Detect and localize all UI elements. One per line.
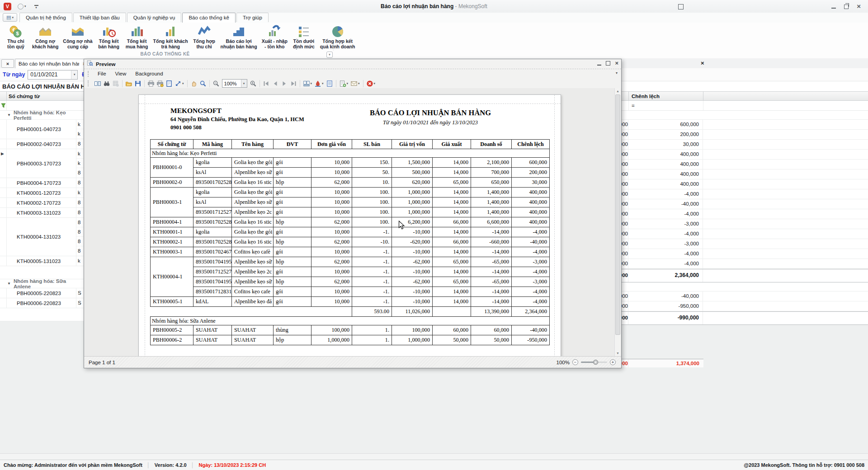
grid-row[interactable]: PBH00002-0407238 [0,139,84,149]
grid-row[interactable]: 000-40,000 [622,291,868,301]
ribbon-button-step-chart[interactable]: Báo cáo lợinhuận bán hàng [218,24,259,50]
grid-group-row[interactable]: ▼Nhóm hàng hóa: Kẹo Perfetti [0,111,84,120]
ribbon-button-bars-multi[interactable]: Tổng kếtmua hàng [123,24,151,50]
page-setup-icon[interactable] [165,79,174,88]
document-map-icon[interactable] [325,79,334,88]
zoom-in-icon[interactable] [249,79,258,88]
preview-maximize-button[interactable] [606,61,610,66]
ribbon-tab-4[interactable]: Báo cáo thống kê [182,13,236,23]
scroll-up-icon[interactable]: ▲ [615,88,621,94]
from-date-input[interactable]: 01/10/2021 ▾ [28,70,78,80]
chevron-down-icon[interactable]: ▼ [7,282,11,286]
next-page-icon[interactable] [280,79,289,88]
preview-titlebar[interactable]: Preview × [84,59,621,69]
ribbon-button-zigzag-chart[interactable]: Tổng hợpthu chi [190,24,218,50]
grid-row[interactable]: PBH00001-040723kk [0,120,84,139]
toolbar-overflow-icon[interactable]: ▾ [616,71,618,75]
grid-row[interactable]: KTH00005-131023k [0,256,84,266]
quick-access-circle-button[interactable] [18,4,24,9]
menu-view[interactable]: View [111,71,131,76]
chevron-down-icon[interactable]: ▾ [347,82,349,85]
chevron-down-icon[interactable]: ▾ [374,82,376,85]
grid-row[interactable]: 000-4,000 [622,189,868,199]
first-page-icon[interactable] [262,79,271,88]
document-tab[interactable]: Báo cáo lợi nhuận bán hàng × [15,59,89,68]
scale-icon[interactable] [174,79,183,88]
print-icon[interactable] [146,79,156,88]
grid-row[interactable]: 000-4,000 [622,259,868,269]
ribbon-group-options-button[interactable]: ▾ [326,52,333,58]
chevron-down-icon[interactable]: ▾ [311,82,312,85]
preview-minimize-button[interactable] [597,65,601,66]
ribbon-tab-2[interactable]: Thiết lập ban đầu [73,13,126,22]
grid-row[interactable]: 000-3,000 [622,239,868,249]
page-color-icon[interactable] [313,79,322,88]
preview-close-button[interactable]: × [615,61,618,66]
fullscreen-icon[interactable] [678,4,684,9]
zoom-in-button[interactable]: + [610,359,616,365]
grid-row[interactable]: 000400,000 [622,169,868,179]
email-icon[interactable] [349,79,359,88]
chevron-down-icon[interactable]: ▼ [7,113,11,117]
menu-file[interactable]: File [93,71,111,76]
grid-settings-icon[interactable] [111,79,120,88]
grid-group-row[interactable]: ▼Nhóm hàng hóa: Sữa Anlene [0,279,84,288]
export-icon[interactable] [338,79,347,88]
zoom-out-icon[interactable] [212,79,221,88]
zoom-out-button[interactable]: − [572,359,578,365]
ribbon-tab-5[interactable]: Trợ giúp [236,13,269,22]
grid-row[interactable]: 000400,000 [622,160,868,169]
grid-row[interactable]: 000-4,000 [622,209,868,219]
multi-page-icon[interactable] [302,79,311,88]
grid-row[interactable]: KTH00002-1707238 [0,198,84,208]
grid-row[interactable]: KTH00003-1310238 [0,208,84,218]
chevron-down-icon[interactable]: ▾ [241,80,247,87]
last-page-icon[interactable] [289,79,298,88]
pages-icon[interactable] [93,79,102,88]
grid-row[interactable]: ▶PBH00003-170723kk8 [0,149,84,178]
chevron-down-icon[interactable]: ▾ [358,82,360,85]
grid-row[interactable]: 000-3,000 [622,219,868,229]
ribbon-button-list-colored[interactable]: Tồn dướiđịnh mức [290,24,318,50]
zoom-combo[interactable]: 100%▾ [222,79,247,88]
grid-row[interactable]: KTH00001-120723k [0,188,84,198]
app-menu-button[interactable]: ▤▾ [3,13,17,22]
column-header-so-chung-tu[interactable]: Số chứng từ [7,92,84,100]
grid-total-row[interactable]: 0002,364,000 [622,269,868,282]
grid-row[interactable]: 000200,000 [622,130,868,140]
save-icon[interactable] [133,79,142,88]
ribbon-button-coins[interactable]: €$Thu chitồn quỹ [2,24,30,50]
column-header-chenh-lech[interactable]: Chênh lệch [629,92,703,100]
chevron-down-icon[interactable]: ▾ [182,82,184,85]
close-button[interactable]: × [857,4,861,9]
grid-row[interactable]: PBH00004-1707238 [0,178,84,188]
open-folder-icon[interactable] [124,79,133,88]
chevron-down-icon[interactable]: ▾ [322,82,324,85]
ribbon-button-bars-arrow[interactable]: Xuất - nhập- tồn kho [259,24,290,50]
close-document-button[interactable]: × [1,59,14,68]
preview-vertical-scrollbar[interactable]: ▲ ▼ [614,88,621,356]
restore-button[interactable] [844,5,849,9]
grid-filter-row[interactable]: = [622,101,868,111]
grid-row[interactable]: 00030,000 [622,140,868,150]
ribbon-tab-1[interactable]: Quản trị hệ thống [19,13,72,22]
prev-page-icon[interactable] [271,79,280,88]
grid-row[interactable]: 000-40,000 [622,199,868,209]
grid-row[interactable]: 000-950,000 [622,301,868,311]
scroll-down-icon[interactable]: ▼ [615,350,621,356]
scrollbar-thumb[interactable] [615,94,620,335]
panel-close-icon[interactable]: × [701,60,704,66]
grid-row[interactable]: KTH00004-1310238888 [0,218,84,256]
quick-print-icon[interactable] [156,79,165,88]
ribbon-button-stacked-area-chart[interactable]: Công nợ nhàcung cấp [61,24,94,50]
grid-row[interactable]: 000-4,000 [622,229,868,239]
grid-row[interactable]: 000400,000 [622,150,868,160]
zoom-slider[interactable] [581,362,607,363]
menubar-grip[interactable] [88,71,90,77]
chevron-down-icon[interactable]: ▾ [71,70,77,79]
zoom-slider-thumb[interactable] [593,360,598,365]
ribbon-button-bars-small[interactable]: Tổng kết kháchtrả hàng [151,24,190,50]
ribbon-button-area-chart[interactable]: Công nợkhách hàng [30,24,61,50]
hand-tool-icon[interactable] [189,79,198,88]
filter-operator[interactable]: = [629,101,703,110]
